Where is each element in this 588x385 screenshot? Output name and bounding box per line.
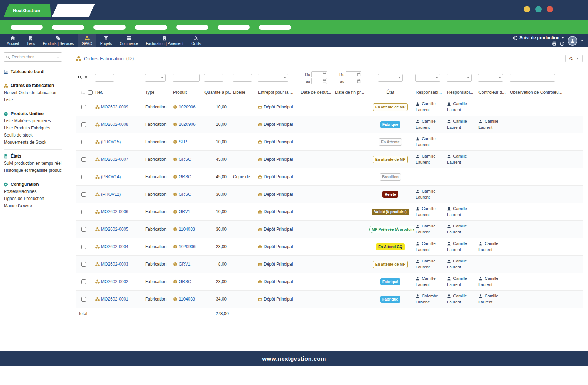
product-link[interactable]: 1104033	[179, 227, 195, 232]
sidebar-item-seuils-de-stock[interactable]: Seuils de stock	[4, 132, 62, 139]
row-checkbox[interactable]	[81, 175, 86, 179]
col-header-label[interactable]: Libellé	[231, 87, 256, 98]
sidebar-item-liste-mati-res-premi-res[interactable]: Liste Matières premières	[4, 117, 62, 124]
resp2-filter-select[interactable]	[447, 74, 472, 82]
row-checkbox[interactable]	[81, 245, 86, 249]
sidebar-item-liste-produits-fabriqu-s[interactable]: Liste Produits Fabriqués	[4, 124, 62, 132]
type-filter-select[interactable]	[145, 74, 166, 82]
col-header-qty[interactable]: Quantité à pr...	[202, 87, 231, 98]
col-header-ctrl[interactable]: Contrôleur d...	[476, 87, 508, 98]
sidebar-item-suivi-production-en-temps-r-el[interactable]: Suivi production en temps réel	[4, 160, 62, 167]
warehouse-filter-select[interactable]	[258, 74, 288, 82]
date_end-date-input[interactable]	[346, 78, 361, 84]
search-chevron-down-icon[interactable]	[56, 56, 60, 59]
menu-item-facturation-paiement[interactable]: Facturation | Paiement	[142, 34, 187, 47]
window-control-red-dot[interactable]	[547, 6, 553, 12]
col-header-resp1[interactable]: Responsabl...	[414, 87, 445, 98]
page-title[interactable]: Ordres Fabrication	[84, 56, 124, 61]
warehouse-link[interactable]: Dépôt Principal	[264, 209, 293, 214]
warehouse-link[interactable]: Dépôt Principal	[264, 192, 293, 197]
footer-url[interactable]: www.nextgestion.com	[262, 355, 326, 362]
ref-link[interactable]: MO2602-0001	[101, 297, 128, 302]
product-link[interactable]: GRV1	[179, 209, 190, 214]
row-checkbox[interactable]	[81, 157, 86, 162]
page-size-select[interactable]: 25	[565, 55, 583, 62]
search-input[interactable]	[12, 55, 55, 60]
sidebar-item-historique-et-tra-abilit-production[interactable]: Historique et traçabilité production	[4, 167, 62, 174]
warehouse-link[interactable]: Dépôt Principal	[264, 279, 293, 284]
warehouse-link[interactable]: Dépôt Principal	[264, 122, 293, 127]
warehouse-link[interactable]: Dépôt Principal	[264, 139, 293, 144]
row-checkbox[interactable]	[81, 297, 86, 302]
obs-filter-input[interactable]	[510, 74, 555, 82]
col-header-state[interactable]: État	[367, 87, 414, 98]
label-filter-input[interactable]	[233, 74, 252, 82]
col-header-type[interactable]: Type	[143, 87, 171, 98]
state-filter-select[interactable]	[378, 74, 403, 82]
menu-item-tiers[interactable]: Tiers	[23, 34, 39, 47]
ref-link[interactable]: MO2602-0008	[101, 122, 128, 127]
menu-item-commerce[interactable]: Commerce	[116, 34, 142, 47]
date_start-date-input[interactable]	[311, 78, 327, 84]
ref-link[interactable]: MO2602-0003	[101, 262, 128, 267]
window-control-yellow-dot[interactable]	[524, 6, 530, 12]
sidebar-section-title[interactable]: Produits Unifiée	[4, 110, 62, 117]
menu-item-gpao[interactable]: GPAO	[78, 34, 96, 47]
ref-link[interactable]: MO2602-0009	[101, 104, 128, 109]
ctrl-filter-select[interactable]	[478, 74, 503, 82]
menu-pill[interactable]	[93, 25, 126, 30]
product-link[interactable]: GRSC	[179, 279, 191, 284]
ref-filter-input[interactable]	[95, 74, 114, 82]
col-header-warehouse[interactable]: Entrepôt pour la ...	[256, 87, 299, 98]
ref-link[interactable]: MO2602-0007	[101, 157, 128, 162]
window-control-teal-dot[interactable]	[535, 6, 542, 12]
qty-filter-input[interactable]	[204, 74, 223, 82]
ref-link[interactable]: (PROV15)	[101, 139, 121, 144]
clear-filter-button[interactable]	[84, 75, 88, 79]
row-checkbox[interactable]	[81, 210, 86, 214]
warehouse-link[interactable]: Dépôt Principal	[264, 262, 293, 267]
sidebar-item-mains-d-uvre[interactable]: Mains d'œuvre	[4, 202, 62, 209]
sidebar-item-lignes-de-production[interactable]: Lignes de Production	[4, 195, 62, 202]
row-checkbox[interactable]	[81, 279, 86, 284]
menu-item-projets[interactable]: Projets	[96, 34, 116, 47]
warehouse-link[interactable]: Dépôt Principal	[264, 297, 293, 302]
menu-pill[interactable]	[135, 25, 167, 30]
help-icon[interactable]	[560, 41, 564, 46]
col-header-ref[interactable]: Réf.	[93, 87, 143, 98]
product-link[interactable]: 1020906	[179, 122, 196, 127]
profile-menu[interactable]: Suivi de production	[513, 35, 564, 40]
date_start-date-input[interactable]	[311, 71, 327, 77]
ref-link[interactable]: MO2602-0002	[101, 279, 128, 284]
product-link[interactable]: GRSC	[179, 192, 191, 197]
warehouse-link[interactable]: Dépôt Principal	[264, 174, 293, 179]
menu-item-produits-services[interactable]: Produits | Services	[39, 34, 78, 47]
row-checkbox[interactable]	[81, 192, 86, 197]
row-checkbox[interactable]	[81, 122, 86, 127]
brand-logo[interactable]: NextGestion	[4, 4, 51, 17]
avatar-chevron-down-icon[interactable]	[581, 39, 584, 42]
printer-icon[interactable]	[552, 41, 557, 46]
ref-link[interactable]: (PROV12)	[101, 192, 121, 197]
warehouse-link[interactable]: Dépôt Principal	[264, 104, 293, 109]
ref-link[interactable]: MO2602-0006	[101, 209, 128, 214]
col-header-product[interactable]: Produit	[171, 87, 202, 98]
sidebar-item-postes-machines[interactable]: Postes/Machines	[4, 188, 62, 195]
row-checkbox[interactable]	[81, 227, 86, 232]
warehouse-link[interactable]: Dépôt Principal	[264, 157, 293, 162]
product-link[interactable]: SLP	[179, 139, 187, 144]
menu-pill[interactable]	[11, 25, 43, 30]
menu-pill[interactable]	[176, 25, 208, 30]
ref-link[interactable]: MO2602-0005	[101, 227, 128, 232]
product-link[interactable]: 1020906	[179, 104, 196, 109]
sidebar-section-title[interactable]: Configuration	[4, 181, 62, 188]
date_end-date-input[interactable]	[346, 71, 361, 77]
sidebar-section-title[interactable]: Ordres de fabrication	[4, 82, 62, 89]
sidebar-item-liste[interactable]: Liste	[4, 96, 62, 103]
menu-pill[interactable]	[259, 25, 291, 30]
product-filter-input[interactable]	[173, 74, 200, 82]
warehouse-link[interactable]: Dépôt Principal	[264, 244, 293, 249]
user-avatar[interactable]	[568, 36, 577, 46]
sidebar-section-title[interactable]: Tableau de bord	[4, 68, 62, 75]
col-header-obs[interactable]: Observation de Contrôleu...	[508, 87, 583, 98]
